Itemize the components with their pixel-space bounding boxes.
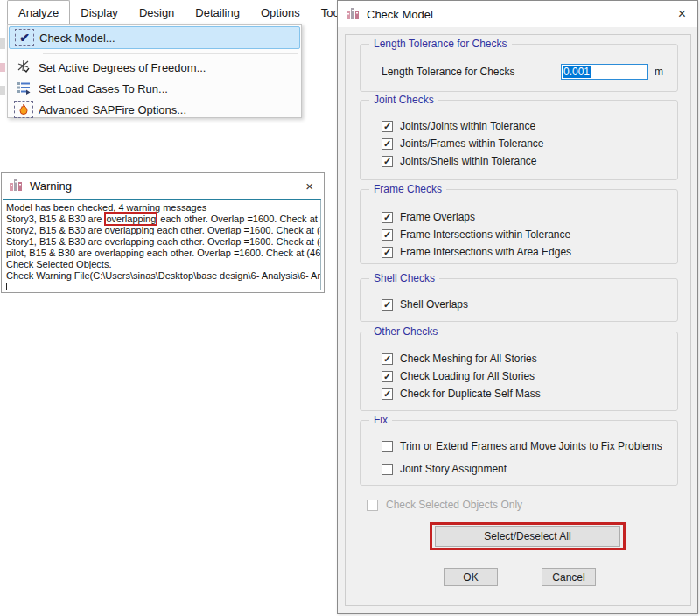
clipped-toolbar-fragment [0, 86, 5, 94]
checkbox-label: Shell Overlaps [400, 298, 468, 311]
checkbox-label: Frame Intersections within Tolerance [400, 228, 570, 241]
checkbox-label: Joints/Shells within Tolerance [400, 155, 537, 167]
warning-line: pilot, B15 & B30 are overlapping each ot… [6, 248, 320, 259]
dropdown-item-set-load-cases[interactable]: Set Load Cases To Run... [9, 78, 300, 99]
checkbox-row: ✓ Joints/Shells within Tolerance [382, 152, 677, 170]
joint-story-assignment-checkbox[interactable] [382, 464, 393, 475]
check-selected-only-checkbox [367, 500, 378, 511]
joints-joints-checkbox[interactable]: ✓ [382, 121, 393, 132]
checkbox-label: Joints/Frames within Tolerance [400, 137, 544, 150]
group-title: Shell Checks [369, 272, 439, 284]
checkbox-row: ✓ Check Loading for All Stories [382, 368, 677, 385]
dropdown-item-advanced-sapfire[interactable]: Advanced SAPFire Options... [9, 99, 300, 120]
length-tolerance-group: Length Tolerance for Checks Length Toler… [360, 44, 678, 92]
joints-frames-checkbox[interactable]: ✓ [382, 138, 393, 150]
checkbox-label: Check Loading for All Stories [400, 370, 535, 382]
checkbox-label: Frame Overlaps [400, 211, 475, 223]
analyze-dropdown-menu: ✔ Check Model... Se [7, 24, 302, 118]
warning-dialog-title: Warning [30, 179, 72, 192]
app-icon [346, 6, 360, 23]
checkbox-row: Trim or Extend Frames and Move Joints to… [382, 438, 677, 455]
app-icon [9, 178, 23, 194]
checkbox-row: ✓ Frame Overlaps [382, 208, 677, 226]
warning-line: Story2, B15 & B30 are overlapping each o… [6, 225, 320, 236]
check-loading-checkbox[interactable]: ✓ [382, 371, 393, 382]
checkbox-row: ✓ Frame Intersections with Area Edges [382, 243, 677, 261]
frame-intersections-area-edges-checkbox[interactable]: ✓ [382, 247, 393, 258]
menu-item-design[interactable]: Design [129, 0, 185, 24]
shell-checks-group: Shell Checks ✓ Shell Overlaps [360, 278, 678, 322]
red-annotation-box: Select/Deselect All [430, 522, 626, 550]
check-model-dialog-title: Check Model [367, 8, 433, 21]
menu-separator [43, 53, 298, 54]
close-icon[interactable]: × [302, 178, 317, 193]
checkbox-label: Joints/Joints within Tolerance [400, 120, 536, 132]
warning-line: Model has been checked, 4 warning messag… [6, 202, 320, 214]
clipped-toolbar-fragment [0, 63, 5, 72]
group-title: Other Checks [369, 326, 442, 338]
warning-line: Story3, B15 & B30 areoverlappingeach oth… [6, 214, 320, 225]
ok-button[interactable]: OK [444, 568, 498, 586]
dropdown-item-label: Set Load Cases To Run... [38, 82, 168, 95]
joint-checks-group: Joint Checks ✓ Joints/Joints within Tole… [360, 100, 678, 180]
length-tolerance-unit: m [654, 66, 667, 78]
checkbox-label: Joint Story Assignment [400, 463, 507, 475]
checkbox-row: ✓ Joints/Joints within Tolerance [382, 117, 677, 135]
select-deselect-all-button[interactable]: Select/Deselect All [435, 526, 620, 547]
check-selected-only-row: Check Selected Objects Only [367, 499, 522, 511]
load-cases-icon [17, 80, 31, 97]
checkbox-row: ✓ Shell Overlaps [382, 296, 677, 313]
degrees-of-freedom-icon [17, 60, 31, 76]
group-title: Frame Checks [369, 183, 446, 195]
dropdown-item-label: Check Model... [39, 32, 116, 45]
group-title: Fix [369, 414, 392, 426]
checkbox-row: ✓ Check for Duplicate Self Mass [382, 385, 677, 402]
shell-overlaps-checkbox[interactable]: ✓ [382, 299, 393, 311]
check-meshing-checkbox[interactable]: ✓ [382, 354, 393, 365]
frame-checks-group: Frame Checks ✓ Frame Overlaps ✓ Frame In… [360, 189, 678, 264]
checkbox-row: ✓ Frame Intersections within Tolerance [382, 226, 677, 243]
check-model-title-bar: Check Model × [338, 1, 697, 27]
menu-item-analyze[interactable]: Analyze [7, 0, 70, 24]
checkbox-label: Check for Duplicate Self Mass [400, 388, 541, 400]
checkbox-label: Check Selected Objects Only [386, 499, 522, 511]
warning-dialog: Warning × Model has been checked, 4 warn… [1, 172, 325, 293]
menu-bar: Analyze Display Design Detailing Options… [7, 0, 358, 24]
check-model-content-panel: Length Tolerance for Checks Length Toler… [345, 34, 691, 606]
check-model-dialog: Check Model × Length Tolerance for Check… [337, 0, 698, 614]
warning-line: Check Warning File(C:\Users\sinas\Deskto… [6, 270, 320, 282]
close-icon[interactable]: × [675, 6, 690, 22]
warning-line [6, 282, 320, 290]
checkbox-row: ✓ Joints/Frames within Tolerance [382, 135, 677, 152]
warning-message-textbox[interactable]: Model has been checked, 4 warning messag… [3, 199, 321, 290]
overlapping-highlight-box: overlapping [106, 214, 156, 224]
frame-intersections-tolerance-checkbox[interactable]: ✓ [382, 229, 393, 241]
length-tolerance-input[interactable]: 0.001 [561, 64, 648, 80]
clipped-toolbar-fragment [0, 38, 5, 49]
checkbox-label: Frame Intersections with Area Edges [400, 246, 571, 258]
warning-line: Check Selected Objects. [6, 259, 320, 270]
warning-title-bar: Warning × [2, 173, 324, 199]
dropdown-item-check-model[interactable]: ✔ Check Model... [9, 26, 300, 49]
checkbox-label: Trim or Extend Frames and Move Joints to… [400, 440, 662, 452]
duplicate-self-mass-checkbox[interactable]: ✓ [382, 388, 393, 400]
menu-item-display[interactable]: Display [70, 0, 129, 24]
group-title: Length Tolerance for Checks [369, 38, 512, 50]
checkbox-row: Joint Story Assignment [382, 460, 677, 478]
dropdown-item-set-active-dof[interactable]: Set Active Degrees of Freedom... [9, 57, 300, 78]
checkbox-row: ✓ Check Meshing for All Stories [382, 350, 677, 368]
dropdown-item-label: Advanced SAPFire Options... [38, 103, 186, 116]
cancel-button[interactable]: Cancel [542, 568, 596, 586]
joints-shells-checkbox[interactable]: ✓ [382, 156, 393, 167]
dropdown-item-label: Set Active Degrees of Freedom... [38, 61, 206, 74]
menu-item-options[interactable]: Options [250, 0, 311, 24]
check-model-icon: ✔ [15, 29, 34, 46]
fix-group: Fix Trim or Extend Frames and Move Joint… [360, 420, 678, 486]
frame-overlaps-checkbox[interactable]: ✓ [382, 212, 393, 223]
sapfire-flame-icon [14, 101, 33, 118]
checkbox-label: Check Meshing for All Stories [400, 353, 537, 365]
length-tolerance-value: 0.001 [563, 66, 591, 78]
other-checks-group: Other Checks ✓ Check Meshing for All Sto… [360, 332, 678, 411]
menu-item-detailing[interactable]: Detailing [185, 0, 250, 24]
trim-extend-frames-checkbox[interactable] [382, 441, 393, 452]
